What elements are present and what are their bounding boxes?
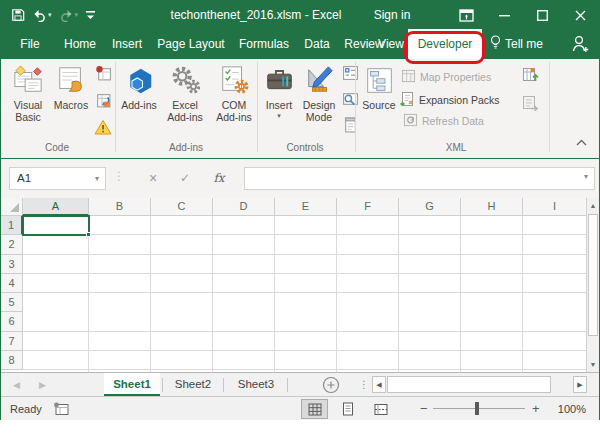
view-code-icon[interactable] xyxy=(342,91,359,111)
row-header-4[interactable]: 4 xyxy=(1,274,23,293)
scroll-up-icon[interactable]: ▲ xyxy=(587,198,599,213)
ribbon-display-options-icon[interactable] xyxy=(447,1,485,29)
macro-record-status-icon[interactable] xyxy=(53,402,69,420)
source-button[interactable]: Source xyxy=(359,63,399,111)
row-header-3[interactable]: 3 xyxy=(1,255,23,274)
column-header-c[interactable]: C xyxy=(151,198,213,216)
sheet-tab-sheet2[interactable]: Sheet2 xyxy=(165,373,221,396)
sign-in-button[interactable]: Sign in xyxy=(363,1,421,29)
column-header-d[interactable]: D xyxy=(213,198,275,216)
title-bar: ▾ ▾ techonthenet_2016.xlsm - Excel Sign … xyxy=(1,1,599,29)
ribbon-developer: Visual Basic Macros Code Add xyxy=(1,59,599,159)
addins-button[interactable]: Add-ins xyxy=(121,63,157,111)
row-header-6[interactable]: 6 xyxy=(1,312,23,331)
row-header-7[interactable]: 7 xyxy=(1,332,23,351)
tab-page-layout[interactable]: Page Layout xyxy=(153,29,229,59)
visual-basic-button[interactable]: Visual Basic xyxy=(7,63,49,123)
page-layout-view-button[interactable] xyxy=(334,399,361,419)
macros-button[interactable]: Macros xyxy=(51,63,91,111)
expansion-packs-icon xyxy=(399,91,415,109)
source-label: Source xyxy=(359,99,399,111)
insert-control-button[interactable]: Insert ▾ xyxy=(262,63,296,120)
sheet-tab-sheet1[interactable]: Sheet1 xyxy=(104,373,160,396)
screenshot: ▾ ▾ techonthenet_2016.xlsm - Excel Sign … xyxy=(0,0,600,441)
undo-icon[interactable]: ▾ xyxy=(32,9,52,22)
fill-handle[interactable] xyxy=(86,232,91,237)
vertical-scrollbar[interactable]: ▲ ▼ xyxy=(586,198,599,372)
column-header-h[interactable]: H xyxy=(461,198,523,216)
maximize-button[interactable] xyxy=(523,1,561,29)
share-person-icon[interactable] xyxy=(572,34,589,57)
undo-caret-icon[interactable]: ▾ xyxy=(48,11,52,19)
properties-icon[interactable] xyxy=(342,65,359,85)
refresh-data-icon xyxy=(403,113,418,129)
expand-formula-bar-icon[interactable]: ▾ xyxy=(584,172,588,181)
selected-cell-a1[interactable] xyxy=(22,215,90,236)
design-mode-button[interactable]: Design Mode xyxy=(297,63,341,123)
formula-bar-splitter[interactable]: ⋮ xyxy=(113,169,125,183)
zoom-slider-handle[interactable] xyxy=(475,402,479,415)
tab-view[interactable]: View xyxy=(373,29,409,59)
minimize-button[interactable] xyxy=(485,1,523,29)
name-box-caret-icon[interactable]: ▾ xyxy=(95,168,99,189)
save-icon[interactable] xyxy=(11,8,25,22)
use-relative-references-icon[interactable] xyxy=(95,92,112,113)
page-break-preview-button[interactable] xyxy=(367,399,394,419)
zoom-level[interactable]: 100% xyxy=(546,397,586,421)
normal-view-button[interactable] xyxy=(301,399,328,419)
scroll-left-icon[interactable]: ◀ xyxy=(372,376,386,393)
tab-developer[interactable]: Developer xyxy=(408,29,482,59)
column-header-b[interactable]: B xyxy=(89,198,151,216)
vertical-scroll-thumb[interactable] xyxy=(588,214,598,336)
zoom-slider-track[interactable] xyxy=(433,408,525,409)
macro-security-icon[interactable] xyxy=(94,119,112,139)
group-label-code: Code xyxy=(19,142,95,153)
row-header-1[interactable]: 1 xyxy=(1,216,23,235)
name-box[interactable]: A1 ▾ xyxy=(9,167,106,190)
row-header-2[interactable]: 2 xyxy=(1,235,23,254)
scroll-down-icon[interactable]: ▼ xyxy=(587,357,599,372)
lightbulb-icon xyxy=(490,35,501,53)
column-header-e[interactable]: E xyxy=(275,198,337,216)
status-bar: Ready − + 100% xyxy=(1,396,599,420)
column-header-i[interactable]: I xyxy=(523,198,586,216)
com-addins-button[interactable]: COM Add-ins xyxy=(211,63,257,123)
column-header-f[interactable]: F xyxy=(337,198,399,216)
select-all-corner[interactable] xyxy=(1,198,23,216)
record-macro-icon[interactable] xyxy=(95,65,112,86)
excel-addins-button[interactable]: Excel Add-ins xyxy=(161,63,209,123)
redo-icon: ▾ xyxy=(59,9,79,22)
tell-me-label: Tell me xyxy=(505,37,543,51)
group-label-xml: XML xyxy=(411,142,501,153)
row-header-8[interactable]: 8 xyxy=(1,351,23,370)
collapse-ribbon-icon[interactable] xyxy=(576,132,587,150)
new-sheet-button[interactable] xyxy=(322,376,340,394)
horizontal-scroll-thumb[interactable] xyxy=(387,376,551,393)
tab-data[interactable]: Data xyxy=(299,29,335,59)
expansion-packs-button[interactable]: Expansion Packs xyxy=(399,91,500,109)
close-button[interactable] xyxy=(561,1,599,29)
tab-insert[interactable]: Insert xyxy=(107,29,147,59)
column-header-g[interactable]: G xyxy=(399,198,461,216)
design-mode-label: Design Mode xyxy=(297,99,341,123)
row-header-5[interactable]: 5 xyxy=(1,293,23,312)
zoom-out-button[interactable]: − xyxy=(420,397,428,421)
column-header-a[interactable]: A xyxy=(23,198,89,216)
tab-formulas[interactable]: Formulas xyxy=(235,29,293,59)
formula-input[interactable]: ▾ xyxy=(244,167,595,190)
macros-label: Macros xyxy=(51,99,91,111)
tab-bar-splitter[interactable]: ⋮ xyxy=(359,373,369,397)
insert-function-icon[interactable]: fx xyxy=(207,167,231,190)
sheet-tab-sheet3[interactable]: Sheet3 xyxy=(227,373,285,396)
tell-me-box[interactable]: Tell me xyxy=(490,29,543,59)
zoom-in-button[interactable]: + xyxy=(532,397,540,421)
horizontal-scrollbar[interactable]: ◀ ▶ xyxy=(372,376,587,393)
tab-file[interactable]: File xyxy=(13,29,47,59)
insert-caret-icon: ▾ xyxy=(262,112,296,120)
tab-home[interactable]: Home xyxy=(61,29,99,59)
import-icon[interactable] xyxy=(522,67,539,87)
map-properties-icon xyxy=(401,69,416,85)
scroll-right-icon[interactable]: ▶ xyxy=(573,376,587,393)
cell-grid[interactable] xyxy=(23,216,586,372)
customize-qat-icon[interactable] xyxy=(85,9,96,21)
